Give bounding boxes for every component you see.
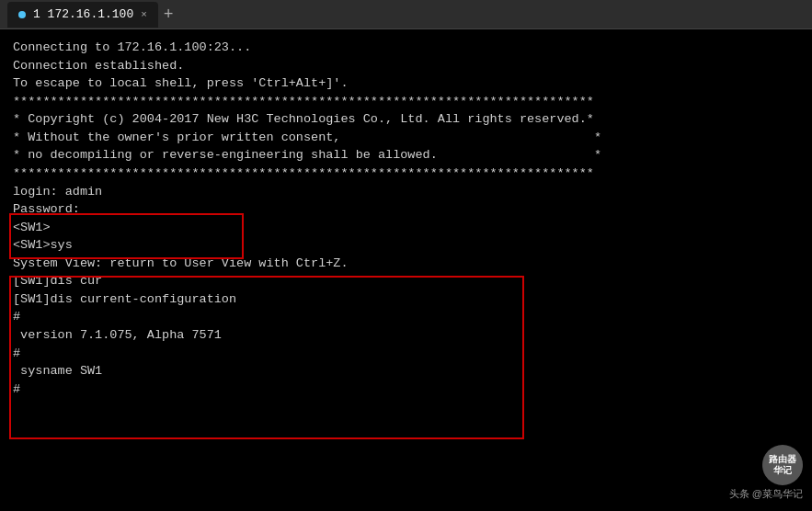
terminal-line: To escape to local shell, press 'Ctrl+Al… bbox=[13, 74, 799, 93]
terminal-line: # bbox=[13, 345, 799, 363]
terminal-line: sysname SW1 bbox=[13, 362, 799, 380]
terminal-line: * Without the owner's prior written cons… bbox=[13, 129, 799, 147]
terminal-line: Connection established. bbox=[13, 57, 799, 75]
terminal-line: version 7.1.075, Alpha 7571 bbox=[13, 326, 799, 345]
terminal-tab[interactable]: 1 172.16.1.100 × bbox=[7, 2, 158, 28]
terminal-line: ****************************************… bbox=[13, 165, 799, 183]
tab-dot bbox=[18, 11, 26, 18]
terminal-line: ****************************************… bbox=[13, 93, 799, 111]
terminal-line: <SW1>sys bbox=[13, 236, 799, 255]
terminal-line: [SW1]dis current-configuration bbox=[13, 290, 799, 309]
terminal-line: System View: return to User View with Ct… bbox=[13, 255, 799, 273]
terminal-line: Connecting to 172.16.1.100:23... bbox=[13, 39, 799, 57]
watermark-text: 头条 @菜鸟华记 bbox=[729, 487, 803, 502]
tab-close-button[interactable]: × bbox=[141, 9, 147, 20]
terminal-output: Connecting to 172.16.1.100:23...Connecti… bbox=[13, 39, 799, 398]
terminal-line: # bbox=[13, 380, 799, 399]
watermark: 路由器华记 头条 @菜鸟华记 bbox=[729, 445, 803, 502]
terminal-line: [SW1]dis cur bbox=[13, 272, 799, 290]
watermark-logo: 路由器华记 bbox=[762, 445, 803, 485]
terminal-line: * Copyright (c) 2004-2017 New H3C Techno… bbox=[13, 110, 799, 129]
terminal-line: # bbox=[13, 308, 799, 326]
tab-label: 1 172.16.1.100 bbox=[33, 7, 133, 21]
add-tab-button[interactable]: + bbox=[164, 6, 174, 24]
terminal-line: login: admin bbox=[13, 183, 799, 201]
titlebar: 1 172.16.1.100 × + bbox=[0, 0, 812, 29]
terminal-line: Password: bbox=[13, 200, 799, 219]
terminal-line: <SW1> bbox=[13, 219, 799, 237]
terminal-area[interactable]: Connecting to 172.16.1.100:23...Connecti… bbox=[0, 29, 812, 511]
terminal-line: * no decompiling or reverse-engineering … bbox=[13, 146, 799, 165]
